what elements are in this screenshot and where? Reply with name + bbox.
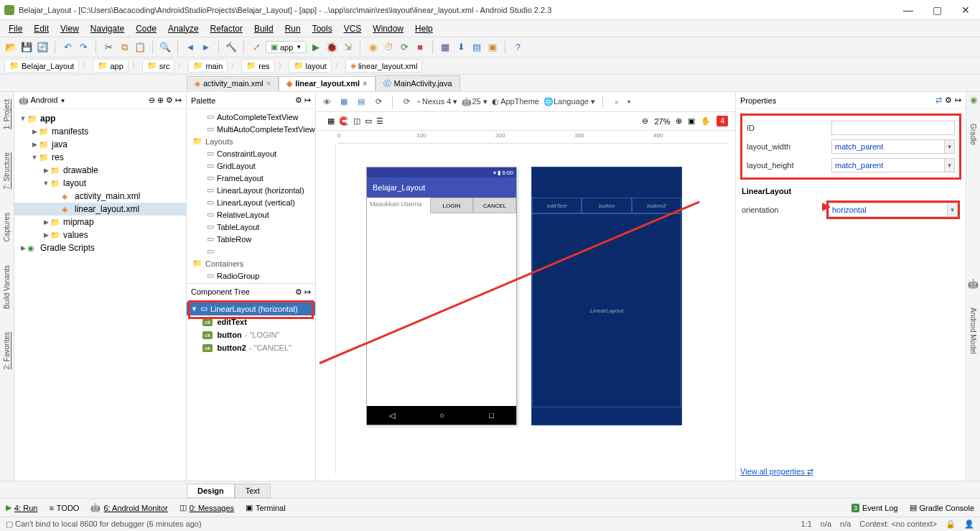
property-id-input[interactable] xyxy=(831,121,955,135)
dropdown-icon[interactable]: ▼ xyxy=(945,139,955,154)
make-icon[interactable]: 🔨 xyxy=(225,41,238,54)
zoom-out-icon[interactable]: ⊖ xyxy=(642,116,648,126)
api-dropdown[interactable]: 🤖25 ▾ xyxy=(462,97,487,106)
run-icon[interactable]: ▶ xyxy=(309,41,322,54)
tab-design[interactable]: Design xyxy=(187,484,235,498)
tool-event-log[interactable]: 3Event Log xyxy=(851,504,898,512)
debug-icon[interactable]: 🐞 xyxy=(325,41,338,54)
dropdown-icon[interactable]: ▼ xyxy=(948,203,958,217)
sync-icon[interactable]: 🔄 xyxy=(36,41,49,54)
theme-dropdown[interactable]: ◐ AppTheme xyxy=(492,97,539,106)
tree-twisty[interactable]: ▶ xyxy=(30,128,39,135)
menu-build[interactable]: Build xyxy=(250,22,278,35)
run-config-dropdown[interactable]: ▣ app ▼ xyxy=(266,41,307,53)
tool-gradle-console[interactable]: ▤Gradle Console xyxy=(910,503,974,512)
palette-item[interactable]: ▭TableRow xyxy=(187,233,315,245)
breadcrumb-item[interactable]: layout xyxy=(289,59,332,73)
tree-node[interactable]: ▶📁values xyxy=(14,228,186,241)
rail-build-variants[interactable]: Build Variants xyxy=(1,261,12,313)
menu-code[interactable]: Code xyxy=(131,22,161,35)
tree-node[interactable]: ▼📁app xyxy=(14,112,186,125)
stop-icon[interactable]: ■ xyxy=(414,41,426,54)
constraints-icon[interactable]: ◫ xyxy=(353,116,360,126)
menu-window[interactable]: Window xyxy=(368,22,408,35)
swap-icon[interactable]: ⇄ xyxy=(935,96,942,105)
tree-twisty[interactable]: ▶ xyxy=(42,218,50,226)
tree-twisty[interactable]: ▶ xyxy=(42,167,50,174)
close-button[interactable]: ✕ xyxy=(951,1,980,19)
palette-folder[interactable]: 📁Layouts xyxy=(187,135,315,147)
language-dropdown[interactable]: 🌐Language ▾ xyxy=(543,97,595,106)
palette-folder[interactable]: 📁Containers xyxy=(187,257,315,269)
theme-editor-icon[interactable]: ▣ xyxy=(486,41,499,54)
profile-icon[interactable]: ⏱ xyxy=(382,41,395,54)
menu-tools[interactable]: Tools xyxy=(308,22,337,35)
tree-twisty[interactable]: ▶ xyxy=(19,244,27,251)
tree-node[interactable]: ▶📁mipmap xyxy=(14,216,186,228)
cut-icon[interactable]: ✂ xyxy=(102,41,115,54)
dropdown-icon[interactable]: ▼ xyxy=(945,158,955,172)
tab-linear-layout[interactable]: ◈linear_layout.xml× xyxy=(279,76,375,91)
palette-item[interactable]: ▭LinearLayout (horizontal) xyxy=(187,184,315,196)
device-dropdown[interactable]: ▫ Nexus 4 ▾ xyxy=(417,97,457,106)
open-icon[interactable]: 📂 xyxy=(4,41,17,54)
menu-vcs[interactable]: VCS xyxy=(340,22,366,35)
component-tree-node[interactable]: ▼▭LinearLayout (horizontal) xyxy=(187,302,315,315)
menu-help[interactable]: Help xyxy=(411,22,437,35)
tree-node[interactable]: ▼📁layout xyxy=(14,177,186,190)
rail-captures[interactable]: Captures xyxy=(1,208,12,246)
palette-item[interactable]: ▭TableLayout xyxy=(187,221,315,233)
tree-node[interactable]: ◈linear_layout.xml xyxy=(14,203,186,216)
margins-icon[interactable]: ▭ xyxy=(365,116,372,126)
gear-icon[interactable]: ⚙ xyxy=(166,96,173,105)
palette-item[interactable]: ▭RelativeLayout xyxy=(187,208,315,221)
design-canvas[interactable]: 0 100 200 300 400 ▾ ▮ 6:00 Belajar_Layou… xyxy=(316,131,735,481)
gear-icon[interactable]: ⚙ xyxy=(295,287,302,297)
tree-node[interactable]: ▶📁java xyxy=(14,138,186,151)
gear-icon[interactable]: ⚙ xyxy=(295,96,302,105)
rail-android-model[interactable]: Android Model xyxy=(968,303,979,358)
orientation-icon[interactable]: ⟳ xyxy=(400,96,413,108)
tree-node[interactable]: ▶📁drawable xyxy=(14,164,186,177)
menu-edit[interactable]: Edit xyxy=(29,22,53,35)
target-icon[interactable]: ⊕ xyxy=(157,96,164,105)
menu-analyze[interactable]: Analyze xyxy=(164,22,203,35)
attach-debugger-icon[interactable]: ⇲ xyxy=(341,41,354,54)
menu-run[interactable]: Run xyxy=(281,22,305,35)
tree-twisty[interactable]: ▼ xyxy=(42,180,50,187)
tree-node[interactable]: ▼📁res xyxy=(14,151,186,164)
tree-twisty[interactable]: ▶ xyxy=(42,231,50,239)
design-preview[interactable]: ▾ ▮ 6:00 Belajar_Layout Masukkan Userna … xyxy=(366,167,517,425)
minimize-button[interactable]: — xyxy=(894,1,923,19)
component-tree-node[interactable]: okbutton2 - "CANCEL" xyxy=(187,341,315,354)
breadcrumb-item[interactable]: Belajar_Layout xyxy=(4,59,79,73)
view-all-properties-link[interactable]: View all properties ⇄ xyxy=(736,463,966,481)
lock-icon[interactable]: 🔒 xyxy=(946,520,956,529)
tab-main-activity[interactable]: ⓒMainActivity.java xyxy=(375,75,460,91)
tool-run[interactable]: ▶4: Run xyxy=(6,503,37,512)
breadcrumb-item[interactable]: main xyxy=(188,59,228,73)
hide-icon[interactable]: ↦ xyxy=(304,96,311,105)
layout-inspector-icon[interactable]: ▤ xyxy=(470,41,483,54)
find-icon[interactable]: 🔍 xyxy=(159,41,172,54)
tree-node[interactable]: ▶◉Gradle Scripts xyxy=(14,241,186,254)
avd-manager-icon[interactable]: ▦ xyxy=(439,41,452,54)
forward-icon[interactable]: ► xyxy=(200,41,213,54)
tab-activity-main[interactable]: ◈activity_main.xml× xyxy=(187,76,279,91)
blueprint-toggle-icon[interactable]: ▤ xyxy=(355,96,368,108)
breadcrumb-item[interactable]: ◈linear_layout.xml xyxy=(345,59,423,73)
component-tree-node[interactable]: okeditText xyxy=(187,315,315,328)
help-icon[interactable]: ? xyxy=(511,41,524,54)
magnet-icon[interactable]: 🧲 xyxy=(339,116,349,126)
restart-icon[interactable]: ⟳ xyxy=(398,41,411,54)
gear-icon[interactable]: ⚙ xyxy=(945,96,952,105)
tree-node[interactable]: ▶📁manifests xyxy=(14,125,186,138)
tree-twisty[interactable]: ▶ xyxy=(30,141,39,148)
copy-icon[interactable]: ⧉ xyxy=(118,41,131,54)
tree-twisty[interactable]: ▼ xyxy=(19,115,27,122)
coverage-icon[interactable]: ◉ xyxy=(366,41,379,54)
hide-icon[interactable]: ↦ xyxy=(304,287,311,297)
property-height-input[interactable]: match_parent xyxy=(831,158,945,172)
error-count-badge[interactable]: 4 xyxy=(717,116,728,126)
tab-text[interactable]: Text xyxy=(235,484,271,498)
